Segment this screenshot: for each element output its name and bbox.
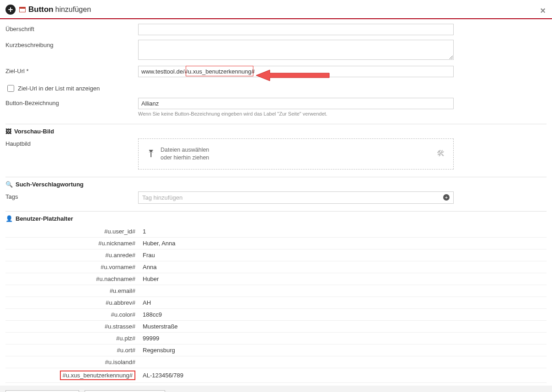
- hint-buttonbezeichnung: Wenn Sie keine Button-Bezeichnung eingeb…: [138, 111, 454, 117]
- placeholder-key: #u.anrede#: [5, 249, 139, 261]
- upload-line2: oder hierhin ziehen: [161, 154, 209, 162]
- placeholder-value: AL-123456/789: [139, 368, 547, 382]
- section-title-platzhalter: Benutzer-Platzhalter: [16, 215, 73, 222]
- table-row: #u.email#: [5, 285, 547, 297]
- input-kurzbeschreibung[interactable]: [138, 40, 454, 60]
- input-zielurl[interactable]: [138, 66, 454, 77]
- table-row: #u.nickname#Huber, Anna: [5, 237, 547, 249]
- table-row: #u.ort#Regensburg: [5, 344, 547, 356]
- checkbox-show-url-in-list[interactable]: [7, 85, 14, 92]
- input-buttonbezeichnung[interactable]: [138, 98, 454, 109]
- table-row: #u.vorname#Anna: [5, 261, 547, 273]
- placeholder-key: #u.nickname#: [5, 237, 139, 249]
- placeholder-key: #u.abbrev#: [5, 297, 139, 308]
- input-tags[interactable]: Tag hinzufügen +: [138, 191, 454, 204]
- label-kurzbeschreibung: Kurzbeschreibung: [5, 40, 138, 48]
- placeholder-value: Regensburg: [139, 344, 547, 356]
- label-hauptbild: Hauptbild: [5, 138, 138, 147]
- placeholder-value: Musterstraße: [139, 320, 547, 332]
- table-row: #u.abbrev#AH: [5, 297, 547, 308]
- section-title-vorschaubild: Vorschau-Bild: [14, 128, 54, 135]
- placeholder-value: 1: [139, 226, 547, 238]
- table-row: #u.color#188cc9: [5, 308, 547, 320]
- placeholder-value: 99999: [139, 332, 547, 344]
- placeholder-key: #u.isoland#: [5, 356, 139, 368]
- placeholder-key: #u.email#: [5, 285, 139, 297]
- placeholder-value: [139, 356, 547, 368]
- upload-dropzone[interactable]: ⤒ Dateien auswählen oder hierhin ziehen …: [138, 138, 454, 170]
- tags-placeholder: Tag hinzufügen: [142, 194, 182, 201]
- placeholder-value: Frau: [139, 249, 547, 261]
- user-icon: 👤: [5, 215, 13, 222]
- button-type-icon: [19, 7, 26, 12]
- input-ueberschrift[interactable]: [138, 24, 454, 35]
- placeholder-value: 188cc9: [139, 308, 547, 320]
- placeholder-key: #u.color#: [5, 308, 139, 320]
- placeholder-key: #u.strasse#: [5, 320, 139, 332]
- placeholder-key: #u.xus_benutzerkennung#: [5, 368, 139, 382]
- placeholder-value: Huber: [139, 273, 547, 285]
- label-show-url-in-list: Ziel-Url in der List mit anzeigen: [18, 85, 100, 92]
- label-buttonbezeichnung: Button-Bezeichnung: [5, 98, 138, 106]
- table-row: #u.xus_benutzerkennung#AL-123456/789: [5, 368, 547, 382]
- label-tags: Tags: [5, 191, 138, 200]
- add-tag-icon[interactable]: +: [443, 194, 450, 201]
- dialog-title-main: Button: [28, 5, 54, 14]
- placeholder-value: [139, 285, 547, 297]
- table-row: #u.anrede#Frau: [5, 249, 547, 261]
- table-row: #u.nachname#Huber: [5, 273, 547, 285]
- button-anlegen-schliessen[interactable]: + Anlegen & Schließen: [5, 390, 79, 392]
- annotation-highlight-placeholder: #u.xus_benutzerkennung#: [60, 371, 135, 380]
- wrench-icon[interactable]: 🛠: [437, 149, 445, 159]
- table-row: #u.isoland#: [5, 356, 547, 368]
- add-icon: +: [5, 5, 16, 15]
- search-icon: 🔍: [5, 181, 13, 188]
- table-row: #u.user_id#1: [5, 226, 547, 238]
- upload-icon: ⤒: [147, 148, 155, 160]
- upload-line1: Dateien auswählen: [161, 146, 209, 154]
- dialog-header: + Button hinzufügen: [0, 0, 552, 19]
- table-row: #u.strasse#Musterstraße: [5, 320, 547, 332]
- image-icon: 🖼: [5, 128, 11, 135]
- placeholder-table: #u.user_id#1#u.nickname#Huber, Anna#u.an…: [5, 226, 547, 383]
- dialog-footer: + Anlegen & Schließen + Anlegen & Aktual…: [0, 386, 552, 392]
- button-anlegen-aktualisieren[interactable]: + Anlegen & Aktualisieren: [85, 390, 165, 392]
- dialog-title-sub: hinzufügen: [55, 5, 91, 14]
- placeholder-value: AH: [139, 297, 547, 308]
- placeholder-value: Huber, Anna: [139, 237, 547, 249]
- placeholder-key: #u.user_id#: [5, 226, 139, 238]
- placeholder-key: #u.plz#: [5, 332, 139, 344]
- placeholder-key: #u.nachname#: [5, 273, 139, 285]
- placeholder-value: Anna: [139, 261, 547, 273]
- placeholder-key: #u.vorname#: [5, 261, 139, 273]
- table-row: #u.plz#99999: [5, 332, 547, 344]
- section-title-suchverschlagwortung: Such-Verschlagwortung: [16, 181, 84, 188]
- dialog-add-button: + Button hinzufügen × Überschrift Kurzbe…: [0, 0, 552, 392]
- label-zielurl: Ziel-Url *: [5, 66, 138, 74]
- placeholder-key: #u.ort#: [5, 344, 139, 356]
- label-ueberschrift: Überschrift: [5, 24, 138, 32]
- close-icon[interactable]: ×: [540, 5, 546, 16]
